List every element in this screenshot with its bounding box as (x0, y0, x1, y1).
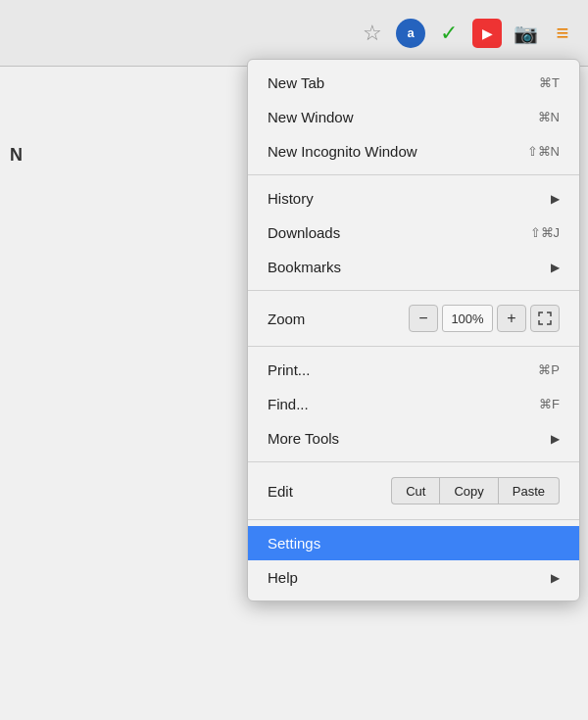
zoom-plus-button[interactable]: + (497, 305, 526, 332)
menu-section-tools: Print... ⌘P Find... ⌘F More Tools ▶ (248, 347, 579, 462)
zoom-minus-button[interactable]: − (409, 305, 438, 332)
check-icon[interactable]: ✓ (435, 20, 463, 47)
paste-button[interactable]: Paste (499, 477, 560, 504)
menu-section-new: New Tab ⌘T New Window ⌘N New Incognito W… (248, 60, 579, 175)
menu-section-settings: Settings Help ▶ (248, 520, 579, 600)
menu-section-edit: Edit Cut Copy Paste (248, 462, 579, 520)
menu-item-bookmarks[interactable]: Bookmarks ▶ (248, 250, 579, 284)
menu-item-new-incognito[interactable]: New Incognito Window ⇧⌘N (248, 134, 579, 168)
menu-item-new-tab[interactable]: New Tab ⌘T (248, 66, 579, 100)
browser-toolbar: ☆ a ✓ ▶ 📷 ≡ (0, 0, 588, 67)
menu-icon[interactable]: ≡ (549, 20, 576, 47)
zoom-fullscreen-button[interactable] (530, 305, 560, 332)
cast-icon[interactable]: ▶ (472, 19, 502, 48)
zoom-row: Zoom − 100% + (248, 297, 579, 340)
browser-menu-dropdown: New Tab ⌘T New Window ⌘N New Incognito W… (247, 59, 580, 601)
amazon-icon[interactable]: a (396, 19, 425, 48)
edit-label: Edit (268, 483, 293, 500)
menu-item-help[interactable]: Help ▶ (248, 560, 579, 595)
menu-section-nav: History ▶ Downloads ⇧⌘J Bookmarks ▶ (248, 175, 579, 291)
edit-row: Edit Cut Copy Paste (248, 468, 579, 513)
menu-item-history[interactable]: History ▶ (248, 181, 579, 216)
edit-buttons-group: Cut Copy Paste (391, 477, 560, 504)
cut-button[interactable]: Cut (391, 477, 439, 504)
star-icon[interactable]: ☆ (359, 20, 386, 47)
menu-section-zoom: Zoom − 100% + (248, 291, 579, 347)
zoom-controls: − 100% + (409, 305, 560, 332)
page-text: N (10, 145, 23, 166)
menu-item-more-tools[interactable]: More Tools ▶ (248, 421, 579, 456)
menu-item-print[interactable]: Print... ⌘P (248, 353, 579, 387)
zoom-value-display: 100% (442, 305, 493, 332)
zoom-label: Zoom (268, 311, 305, 327)
copy-button[interactable]: Copy (439, 477, 498, 504)
menu-item-settings[interactable]: Settings (248, 526, 579, 560)
menu-item-new-window[interactable]: New Window ⌘N (248, 100, 579, 134)
camera-icon[interactable]: 📷 (512, 20, 539, 47)
menu-item-downloads[interactable]: Downloads ⇧⌘J (248, 216, 579, 250)
menu-item-find[interactable]: Find... ⌘F (248, 387, 579, 421)
